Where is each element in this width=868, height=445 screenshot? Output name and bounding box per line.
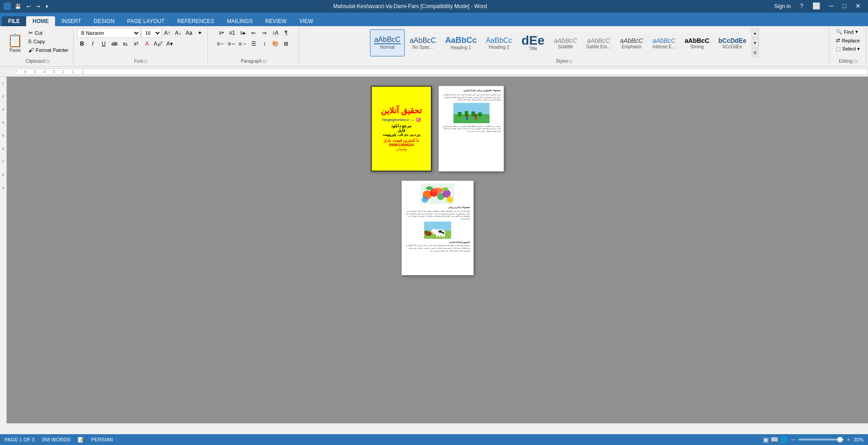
style-heading2-preview: AaBbCc [486,37,512,45]
text-color-btn[interactable]: A [142,39,152,49]
subscript-btn[interactable]: x₂ [120,39,130,49]
italic-btn[interactable]: I [88,39,98,49]
page3-title-1: محصولات باغی و زراعی [405,206,471,209]
read-mode-btn[interactable]: 📖 [771,436,778,443]
svg-rect-26 [443,234,445,237]
undo-qa-btn[interactable]: ↩ [25,4,32,9]
font-expander[interactable]: ⬡ [144,59,148,64]
style-normal[interactable]: aAbBcC Normal [370,29,405,56]
style-no-spacing[interactable]: aAbBcC No Spac... [406,29,440,56]
style-heading2[interactable]: AaBbCc Heading 2 [482,29,517,56]
font-name-select[interactable]: B Nazanin [77,28,140,38]
find-button[interactable]: 🔍 Find ▾ [833,28,861,36]
editing-group: 🔍 Find ▾ ⇄ Replace ⬚ Select ▾ Editing ⬡ [830,27,866,65]
help-btn[interactable]: ? [796,2,807,10]
print-layout-btn[interactable]: ▣ [763,436,769,443]
cut-button[interactable]: ✂ Cut [27,29,70,37]
editing-expander[interactable]: ⬡ [854,59,857,64]
underline-btn[interactable]: U [99,39,109,49]
numbering-btn[interactable]: ≡1 [227,28,237,38]
tab-references[interactable]: REFERENCES [171,16,221,26]
style-heading1[interactable]: AaBbCc Heading 1 [441,29,481,56]
font-color-btn[interactable]: A▾ [165,39,175,49]
format-painter-button[interactable]: 🖌 Format Painter [27,46,70,54]
font-size-select[interactable]: 16 [141,28,162,38]
tab-view[interactable]: VIEW [293,16,319,26]
zoom-slider[interactable] [799,439,844,440]
copy-button[interactable]: ⎘ Copy [27,37,70,46]
align-center-btn[interactable]: ≡↔ [227,39,237,49]
styles-scroll-up[interactable]: ▲ [752,28,759,37]
sort-btn[interactable]: ↕A [270,28,280,38]
svg-point-8 [475,114,477,116]
style-emphasis[interactable]: aAbBcC Emphasis [616,29,647,56]
redo-qa-btn[interactable]: ↪ [35,4,42,9]
cover-arrow: ← [410,117,415,122]
style-strong[interactable]: aAbBcC Strong [681,29,713,56]
justify-btn[interactable]: ☰ [249,39,259,49]
tab-file[interactable]: FILE [2,16,26,26]
highlight-btn[interactable]: A🖊 [153,39,164,49]
grow-font-btn[interactable]: A↑ [162,28,172,38]
styles-expander[interactable]: ⬡ [569,59,573,64]
svg-point-29 [439,230,442,233]
document-canvas[interactable]: تحقیق آنلاین Tahghighonline.ir ← 🎯 مرجع … [7,77,868,423]
tab-page-layout[interactable]: PAGE LAYOUT [121,16,171,26]
superscript-btn[interactable]: x² [131,39,141,49]
svg-rect-4 [471,111,475,116]
cut-icon: ✂ [28,30,33,36]
zoom-out-btn[interactable]: ─ [791,437,795,442]
align-right-btn[interactable]: ≡→ [238,39,248,49]
style-subtleem-preview: aAbBcC [587,37,610,44]
tab-home[interactable]: HOME [26,16,55,26]
style-subtle-em[interactable]: aAbBcC Subtle Em... [582,29,614,56]
tab-review[interactable]: REVIEW [259,16,293,26]
shrink-font-btn[interactable]: A↓ [173,28,183,38]
increase-indent-btn[interactable]: ⇒ [259,28,269,38]
save-qa-btn[interactable]: 💾 [14,4,23,9]
svg-rect-5 [478,112,482,116]
clear-formatting-btn[interactable]: ✦ [195,28,205,38]
maximize-btn[interactable]: □ [839,2,850,10]
close-btn[interactable]: ✕ [852,2,864,10]
minimize-btn[interactable]: ─ [826,2,837,10]
styles-more[interactable]: ☰ [752,48,759,57]
web-layout-btn[interactable]: 🌐 [780,436,788,443]
paragraph-expander[interactable]: ⬡ [263,59,267,64]
change-case-btn[interactable]: Aa [184,28,194,38]
multilevel-btn[interactable]: ≡▸ [238,28,248,38]
tab-design[interactable]: DESIGN [88,16,121,26]
style-title[interactable]: dEe Title [517,29,549,56]
style-intense-em[interactable]: aAbBcC Intense E... [648,29,680,56]
bullets-btn[interactable]: ≡• [216,28,226,38]
bold-btn[interactable]: B [77,39,87,49]
shading-btn[interactable]: 🎨 [270,39,280,49]
page-3-content: محصولات باغی و زراعی استان فارس با دارا … [402,181,474,275]
ruler-track: 7 6 5 4 3 2 1 △ [14,69,868,75]
ribbon-display-btn[interactable]: ⬜ [809,2,824,10]
tab-insert[interactable]: INSERT [55,16,88,26]
zoom-in-btn[interactable]: + [847,437,850,442]
sign-in-btn[interactable]: Sign in [771,2,794,10]
decrease-indent-btn[interactable]: ⇐ [249,28,259,38]
style-bccddee[interactable]: bCcDdEe bCcDdEe [714,29,750,56]
tab-mailings[interactable]: MAILINGS [221,16,259,26]
svg-point-18 [426,186,433,190]
replace-button[interactable]: ⇄ Replace [833,37,863,44]
style-subtitle[interactable]: aAbBcC Subtitle [549,29,581,56]
cover-formats: ورد-پی دی اف- پاورپوینت [383,133,420,137]
align-left-btn[interactable]: ≡← [216,39,226,49]
proofing-icon[interactable]: 📝 [78,437,84,443]
styles-scroll-down[interactable]: ▼ [752,38,759,47]
paste-button[interactable]: 📋 Paste [5,28,26,58]
page2-text-2: با توجه به رشد اقتصادی و گسترش فعالیت‌ها… [442,125,501,133]
customize-qa-btn[interactable]: ▾ [44,4,50,9]
select-button[interactable]: ⬚ Select ▾ [833,45,863,53]
cut-label: Cut [35,30,42,36]
strikethrough-btn[interactable]: ab [110,39,120,49]
borders-btn[interactable]: ⊞ [281,39,291,49]
style-title-label: Title [529,46,537,51]
clipboard-expander[interactable]: ⬡ [46,59,49,64]
line-spacing-btn[interactable]: ↕ [259,39,269,49]
show-hide-btn[interactable]: ¶ [281,28,291,38]
